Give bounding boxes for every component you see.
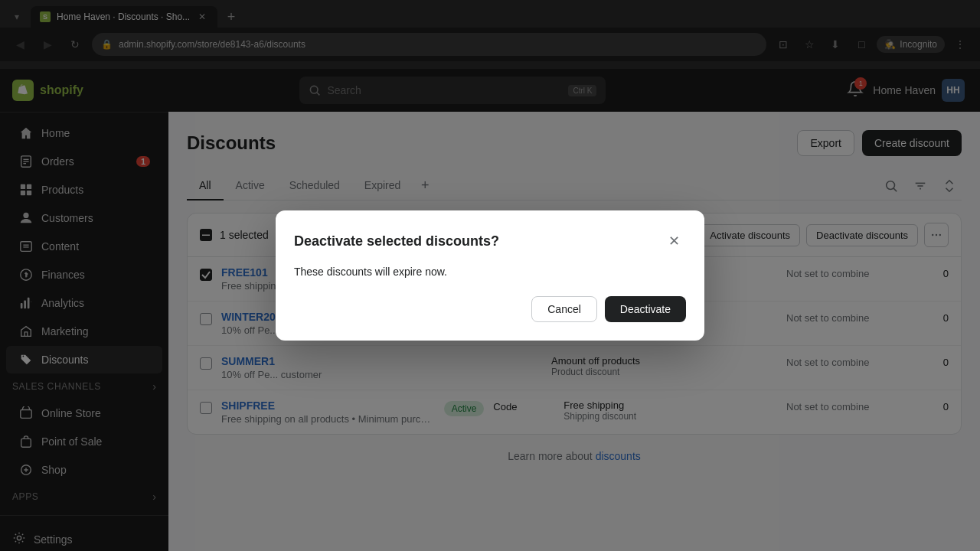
modal-header: Deactivate selected discounts? ✕ (294, 229, 686, 253)
modal-message: These discounts will expire now. (294, 266, 686, 278)
modal-title: Deactivate selected discounts? (294, 233, 499, 249)
modal-overlay[interactable]: Deactivate selected discounts? ✕ These d… (0, 0, 980, 551)
modal-close-btn[interactable]: ✕ (662, 229, 686, 253)
deactivate-button[interactable]: Deactivate (605, 296, 686, 322)
cancel-button[interactable]: Cancel (531, 296, 597, 322)
modal-body: These discounts will expire now. (294, 266, 686, 278)
deactivate-modal: Deactivate selected discounts? ✕ These d… (276, 210, 704, 341)
modal-footer: Cancel Deactivate (294, 296, 686, 322)
